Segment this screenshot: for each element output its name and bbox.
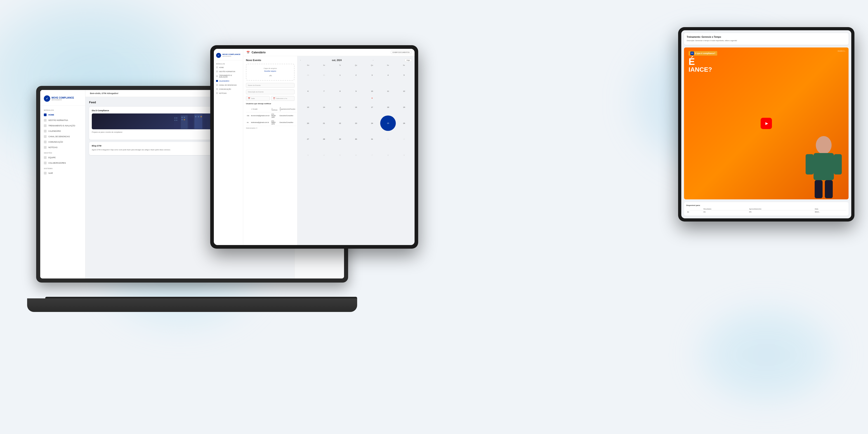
tab1-canal-label: CANAL DE DENÚNCIAS (219, 84, 237, 86)
normativa-icon (44, 119, 46, 122)
sidebar-item-canal[interactable]: CANAL DE DENÚNCIAS (40, 134, 85, 139)
big-cal-cell[interactable]: 13 (300, 99, 316, 115)
big-cal-cell[interactable]: 31 (364, 131, 380, 147)
tab1-item-comunicacao[interactable]: COMUNICAÇÃO (214, 87, 243, 91)
sidebar-item-home[interactable]: HOME (40, 112, 85, 118)
ne-nome-evento[interactable]: Nome do Evento (246, 83, 294, 88)
tab1-normativa-label: GESTÃO NORMATIVA (219, 71, 235, 72)
sidebar-item-normativa[interactable]: GESTÃO NORMATIVA (40, 118, 85, 123)
sidebar-item-calendario[interactable]: CALENDÁRIO (40, 128, 85, 134)
big-cal-cell[interactable]: 17 (364, 99, 380, 115)
tablet2-frame: Treinamento: Gerencie o Tempo Descrição:… (678, 27, 855, 221)
sidebar-item-equipe[interactable]: EQUIPE (40, 155, 85, 160)
big-cal-cell-event[interactable]: 10 (364, 84, 380, 99)
sidebar-colaboradores-label: COLABORADORES (49, 162, 66, 164)
big-cal-cell[interactable]: 1 (332, 67, 348, 83)
big-cal-cell[interactable]: 5 (332, 147, 348, 163)
big-cal-cell[interactable]: 4 (380, 67, 396, 83)
ne-data-input[interactable]: 📅 Data (246, 96, 270, 101)
big-cal-cell[interactable]: 16 (348, 99, 364, 115)
big-cal-next[interactable]: › (373, 59, 373, 61)
t2-video-label: VC O que é compliance? É IANCE? (688, 51, 717, 73)
big-cal-cell[interactable]: 29 (300, 67, 316, 83)
sidebar-item-treinamento[interactable]: TREINAMENTO E AVALIAÇÃO (40, 123, 85, 128)
tab1-logo-badge: ✓ MOVE COMPLIANCE ADVOGADOS (216, 53, 241, 58)
tab1-header-title: Calendário (252, 51, 389, 54)
big-cal-cell[interactable]: 5 (396, 67, 412, 83)
big-cal-cell[interactable]: 2 (348, 67, 364, 83)
sidebar-item-comunicacao[interactable]: COMUNICAÇÃO (40, 139, 85, 145)
tab1-item-canal[interactable]: CANAL DE DENÚNCIAS (214, 83, 243, 87)
tab1-noticias-label: NOTÍCIAS (219, 92, 226, 94)
big-cal-cell[interactable]: 11 (380, 84, 396, 99)
big-cal-cell[interactable]: 30 (316, 67, 332, 83)
comunicacao-icon (44, 141, 46, 143)
big-cal-cell[interactable]: 9 (348, 84, 364, 99)
tab1-training-label: TREINAMENTO E AVALIAÇÃO (219, 74, 241, 78)
ne-users-label: Usuários que deseja notificar (246, 103, 294, 105)
tab1-canal-icon (216, 84, 218, 86)
t2-col-aproveitamento: Aproveitamento: (748, 208, 814, 211)
big-cal-cell[interactable]: 23 (348, 116, 364, 131)
svg-rect-20 (815, 180, 823, 198)
big-cal-cell[interactable]: 1 (380, 131, 396, 147)
big-cal-cell[interactable]: 18 (380, 99, 396, 115)
sidebar-item-sair[interactable]: SAIR (40, 170, 85, 176)
feed-card-2-title: Blog GTM (92, 145, 101, 147)
big-cal-cell[interactable]: 2 (396, 131, 412, 147)
big-cal-today-btn[interactable]: Hoje (405, 59, 412, 62)
big-cal-cell[interactable]: 28 (316, 131, 332, 147)
tab1-item-calendario[interactable]: CALENDÁRIO (214, 79, 243, 83)
big-cal-cell[interactable]: 22 (332, 116, 348, 131)
tab1-item-treinamento[interactable]: TREINAMENTO E AVALIAÇÃO (214, 73, 243, 79)
big-cal-cell[interactable]: 29 (332, 131, 348, 147)
big-cal-cell[interactable]: 6 (348, 147, 364, 163)
big-cal-cell[interactable]: 7 (364, 147, 380, 163)
sidebar-item-colaboradores[interactable]: COLABORADORES (40, 160, 85, 166)
big-cal-prev[interactable]: ‹ (300, 59, 301, 61)
big-cal-cell[interactable]: 19 (396, 99, 412, 115)
ne-upload-area[interactable]: Capa do arquivo Escolher arquivo ☁ (246, 64, 294, 81)
bg-blob-5 (687, 298, 845, 411)
big-cal-cell[interactable]: 9 (396, 147, 412, 163)
t2-play-btn[interactable]: ▶ (761, 118, 772, 129)
dept-filter-icon2: ▼ (280, 110, 281, 112)
big-cal-cell[interactable]: 4 (316, 147, 332, 163)
big-cal-cell[interactable]: 8 (380, 147, 396, 163)
ne-escolher-btn[interactable]: Escolher arquivo (264, 70, 276, 72)
big-cal-cell-today[interactable]: 25 (380, 116, 396, 131)
ne-hora-input[interactable]: ⏰ Selecione o hc (271, 96, 295, 101)
big-cal-cell[interactable]: 24 (364, 116, 380, 131)
svg-rect-4 (204, 119, 207, 129)
big-cal-cell[interactable]: 3 (364, 67, 380, 83)
tab1-item-normativa[interactable]: GESTÃO NORMATIVA (214, 69, 243, 73)
big-cal-cell[interactable]: 7 (316, 84, 332, 99)
big-cal-hdr-do: Do (300, 64, 316, 66)
ne-user-row-2: na lesileviana@gtmadv.com.br (11) 99892-… (246, 119, 297, 126)
big-cal-cell[interactable]: 3 (300, 147, 316, 163)
big-cal-cell[interactable]: 26 (396, 116, 412, 131)
svg-rect-7 (175, 120, 176, 121)
big-cal-cell[interactable]: 8 (332, 84, 348, 99)
video-big-text: É (688, 57, 717, 66)
tab1-logo-icon: ✓ (216, 53, 221, 58)
video-badge-text: O que é compliance? (695, 52, 715, 55)
big-cal-hdr-sa2: Sa (396, 64, 412, 66)
sidebar-item-noticias[interactable]: NOTÍCIAS (40, 145, 85, 150)
big-cal-cell[interactable]: 15 (332, 99, 348, 115)
big-cal-cell[interactable]: 30 (348, 131, 364, 147)
big-cal-cell[interactable]: 20 (300, 116, 316, 131)
exibir-documentos-btn[interactable]: EXIBIR DOCUMENTOS (391, 51, 411, 54)
tab1-item-home[interactable]: HOME (214, 65, 243, 69)
tablet2-screen: Treinamento: Gerencie o Tempo Descrição:… (681, 30, 851, 218)
big-cal-cell[interactable]: 27 (300, 131, 316, 147)
svg-rect-6 (176, 118, 177, 119)
big-cal-cell[interactable]: 12 (396, 84, 412, 99)
big-cal-cell[interactable]: 14 (316, 99, 332, 115)
laptop-logo: ✓ MOVE COMPLIANCE ADVOGADOS (40, 94, 85, 105)
ne-descricao[interactable]: Descrição do Evento (246, 90, 294, 94)
big-cal-cell[interactable]: 6 (300, 84, 316, 99)
big-cal-cell[interactable]: 21 (316, 116, 332, 131)
person-silhouette (801, 131, 846, 199)
tab1-item-noticias[interactable]: NOTÍCIAS (214, 91, 243, 95)
